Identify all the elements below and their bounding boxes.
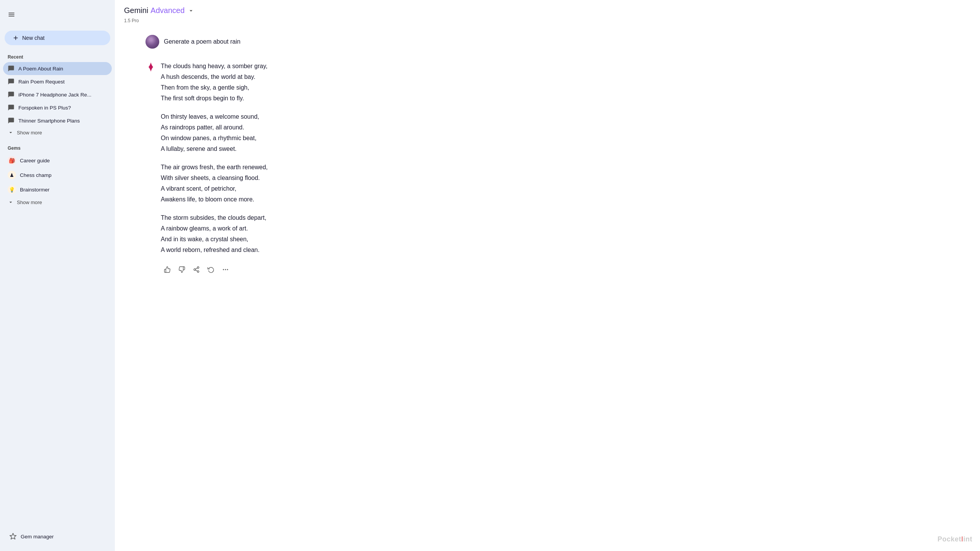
poem-line: The clouds hang heavy, a somber gray, — [161, 61, 949, 72]
sidebar-item-label-3: Forspoken in PS Plus? — [18, 105, 71, 111]
poem-line: A hush descends, the world at bay. — [161, 72, 949, 82]
gem-item-brainstormer[interactable]: 💡 Brainstormer — [3, 182, 112, 197]
sidebar-item-iphone-headphone[interactable]: iPhone 7 Headphone Jack Re... — [3, 88, 112, 101]
dropdown-chevron-icon — [188, 7, 194, 14]
svg-line-3 — [195, 270, 197, 271]
svg-line-4 — [195, 268, 197, 269]
gem-label-1: Chess champ — [20, 172, 52, 178]
avatar — [145, 35, 159, 49]
poem-line: A rainbow gleams, a work of art. — [161, 223, 949, 234]
new-chat-label: New chat — [22, 35, 44, 41]
header-subtitle: 1.5 Pro — [115, 18, 980, 27]
poem-line: A vibrant scent, of petrichor, — [161, 183, 949, 194]
new-chat-button[interactable]: New chat — [5, 31, 110, 45]
thumbs-up-button[interactable] — [161, 263, 174, 276]
svg-point-1 — [194, 269, 196, 271]
gem-manager-item[interactable]: Gem manager — [5, 530, 110, 543]
svg-point-2 — [197, 271, 199, 273]
chat-icon-4 — [8, 117, 15, 124]
main-content: Gemini Advanced 1.5 Pro Generate a poem … — [115, 0, 980, 551]
poem-stanza-0: The clouds hang heavy, a somber gray, A … — [161, 61, 949, 104]
sidebar-item-thinner-smartphone[interactable]: Thinner Smartphone Plans — [3, 114, 112, 127]
poem-stanza-3: The storm subsides, the clouds depart, A… — [161, 213, 949, 255]
poem-line: As raindrops patter, all around. — [161, 122, 949, 133]
show-more-recent-label: Show more — [17, 130, 42, 136]
share-icon — [193, 266, 200, 273]
sidebar-item-rain-poem[interactable]: Rain Poem Request — [3, 75, 112, 88]
chat-icon-0 — [8, 65, 15, 72]
brainstormer-icon: 💡 — [8, 185, 16, 194]
poem-line: And in its wake, a crystal sheen, — [161, 234, 949, 245]
poem-line: The first soft drops begin to fly. — [161, 93, 949, 104]
sidebar-top — [3, 5, 112, 28]
poem-stanza-2: The air grows fresh, the earth renewed, … — [161, 162, 949, 205]
more-options-icon — [222, 266, 229, 273]
sidebar: New chat Recent A Poem About Rain Rain P… — [0, 0, 115, 551]
gem-manager-label: Gem manager — [21, 534, 54, 540]
sidebar-item-forspoken[interactable]: Forspoken in PS Plus? — [3, 101, 112, 114]
show-more-gems-button[interactable]: Show more — [3, 197, 47, 208]
poem-line: A lullaby, serene and sweet. — [161, 144, 949, 154]
gem-item-career-guide[interactable]: 🎒 Career guide — [3, 153, 112, 168]
recent-section: Recent A Poem About Rain Rain Poem Reque… — [3, 53, 112, 138]
sidebar-item-label-4: Thinner Smartphone Plans — [18, 118, 80, 124]
thumbs-down-button[interactable] — [175, 263, 188, 276]
sidebar-item-label-2: iPhone 7 Headphone Jack Re... — [18, 92, 91, 98]
thumbs-up-icon — [164, 266, 171, 273]
chevron-down-gems-icon — [8, 199, 14, 205]
regenerate-icon — [207, 266, 214, 273]
chevron-down-icon — [8, 129, 14, 136]
gem-label-0: Career guide — [20, 158, 50, 164]
gemini-star-icon — [145, 62, 156, 72]
header: Gemini Advanced — [115, 0, 980, 18]
sidebar-item-label-0: A Poem About Rain — [18, 66, 63, 72]
header-title-gemini: Gemini — [124, 6, 148, 15]
poem-line: The storm subsides, the clouds depart, — [161, 213, 949, 223]
plus-icon — [12, 34, 19, 41]
gem-item-chess-champ[interactable]: ♟ Chess champ — [3, 168, 112, 182]
poem-line: The air grows fresh, the earth renewed, — [161, 162, 949, 173]
poem-text: The clouds hang heavy, a somber gray, A … — [161, 61, 949, 255]
header-dropdown-button[interactable] — [187, 7, 195, 15]
svg-point-5 — [223, 269, 224, 270]
poem-line: With silver sheets, a cleansing flood. — [161, 173, 949, 183]
svg-point-6 — [225, 269, 226, 270]
chat-area: Generate a poem about rain The clouds ha… — [115, 27, 980, 551]
ai-message: The clouds hang heavy, a somber gray, A … — [145, 61, 949, 276]
sidebar-bottom: Gem manager — [3, 526, 112, 546]
career-guide-icon: 🎒 — [8, 156, 16, 165]
svg-point-7 — [227, 269, 228, 270]
chat-icon-3 — [8, 104, 15, 111]
more-options-button[interactable] — [219, 263, 232, 276]
menu-toggle-button[interactable] — [5, 8, 18, 21]
sidebar-item-poem-about-rain[interactable]: A Poem About Rain — [3, 62, 112, 75]
recent-section-label: Recent — [3, 53, 112, 62]
poem-line: Then from the sky, a gentle sigh, — [161, 82, 949, 93]
regenerate-button[interactable] — [204, 263, 217, 276]
show-more-recent-button[interactable]: Show more — [3, 127, 47, 138]
svg-point-0 — [197, 267, 199, 269]
poem-line: Awakens life, to bloom once more. — [161, 194, 949, 205]
thumbs-down-icon — [178, 266, 185, 273]
gems-section: Gems 🎒 Career guide ♟ Chess champ 💡 Brai… — [3, 144, 112, 208]
poem-stanza-1: On thirsty leaves, a welcome sound, As r… — [161, 111, 949, 154]
chess-champ-icon: ♟ — [8, 171, 16, 179]
poem-line: On window panes, a rhythmic beat, — [161, 133, 949, 144]
gem-label-2: Brainstormer — [20, 187, 49, 193]
poem-line: On thirsty leaves, a welcome sound, — [161, 111, 949, 122]
show-more-gems-label: Show more — [17, 199, 42, 205]
gems-section-label: Gems — [3, 144, 112, 153]
poem-line: A world reborn, refreshed and clean. — [161, 245, 949, 255]
user-message: Generate a poem about rain — [145, 35, 949, 49]
gem-manager-icon — [9, 533, 17, 540]
sidebar-item-label-1: Rain Poem Request — [18, 79, 65, 85]
header-title-advanced: Advanced — [150, 6, 185, 15]
ai-response-content: The clouds hang heavy, a somber gray, A … — [161, 61, 949, 276]
chat-icon-1 — [8, 78, 15, 85]
user-prompt-text: Generate a poem about rain — [164, 35, 240, 46]
share-button[interactable] — [190, 263, 203, 276]
chat-icon-2 — [8, 91, 15, 98]
ai-actions-bar — [161, 263, 949, 276]
